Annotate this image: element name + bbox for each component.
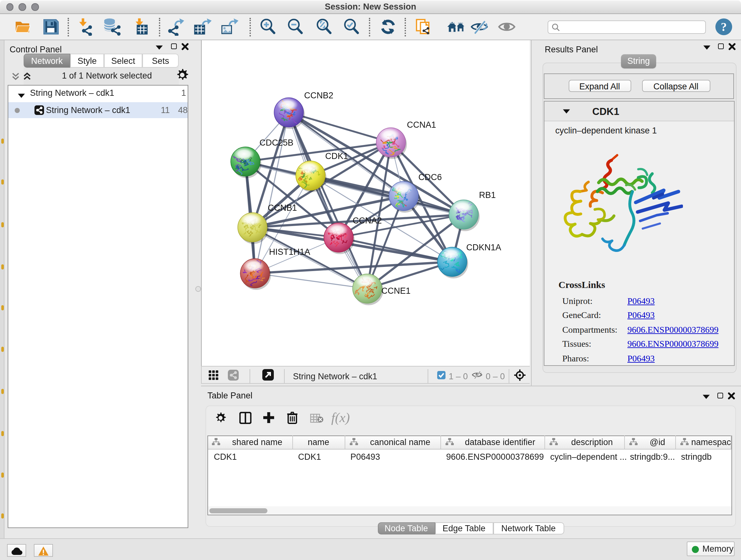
svg-text:CDKN1A: CDKN1A [466, 243, 501, 252]
svg-text:CCNE1: CCNE1 [381, 286, 410, 296]
svg-text:HIST1H1A: HIST1H1A [269, 247, 310, 257]
svg-text:CDC25B: CDC25B [259, 138, 293, 147]
svg-text:CDC6: CDC6 [418, 172, 442, 182]
svg-text:RB1: RB1 [479, 190, 495, 200]
svg-text:CCNB1: CCNB1 [267, 203, 297, 212]
svg-text:CCNB2: CCNB2 [304, 91, 333, 100]
svg-text:CCNA1: CCNA1 [407, 120, 436, 130]
svg-text:CDK1: CDK1 [325, 151, 348, 161]
svg-text:?: ? [721, 20, 727, 34]
svg-text:CCNA2: CCNA2 [352, 216, 382, 226]
